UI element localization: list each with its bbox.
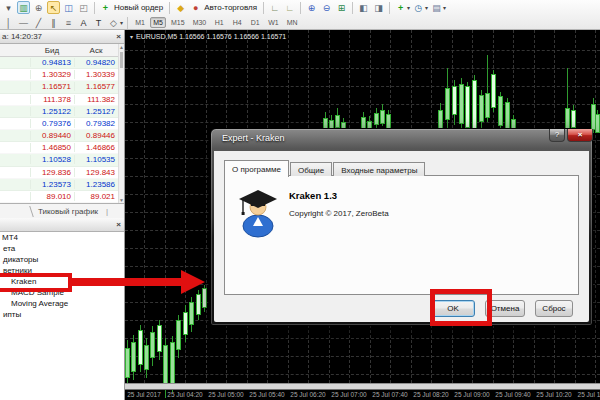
drawing-tools: │—╱∥≡AT◇▾ — [1, 16, 124, 29]
quote-row[interactable]: 0.948130.94820 — [0, 57, 124, 69]
quote-row[interactable]: 111.378111.382 — [0, 94, 124, 106]
market-watch-scrollbar[interactable]: ▲ ▼ — [118, 44, 124, 203]
candle-body — [380, 110, 385, 124]
time-axis-label: 25 Jul 05:00 — [208, 391, 243, 398]
zoom-out-icon[interactable]: ⊖ — [320, 1, 333, 14]
grid-line — [125, 86, 600, 87]
quote-row[interactable]: 129.836129.843 — [0, 167, 124, 179]
bid-cell: 111.378 — [30, 95, 74, 104]
navigator-item-дикаторы[interactable]: дикаторы — [0, 254, 124, 265]
trendline-tool-icon[interactable]: ╱ — [32, 16, 45, 29]
timeframe-h1[interactable]: H1 — [211, 17, 227, 28]
quote-row[interactable]: 1.105281.10535 — [0, 154, 124, 166]
close-icon[interactable]: × — [116, 220, 121, 229]
candle-body — [335, 115, 340, 128]
timeframe-m1[interactable]: M1 — [132, 17, 148, 28]
vertical-line-tool-icon[interactable]: │ — [2, 16, 15, 29]
chart-shift-icon[interactable]: ∟ — [268, 1, 281, 14]
zoom-window-icon[interactable]: ◰ — [77, 1, 90, 14]
chart-bars-icon[interactable]: ▥ — [17, 1, 30, 14]
ask-cell: 129.843 — [74, 168, 118, 177]
toolbar-row-tools: │—╱∥≡AT◇▾ M1M5M15M30H1H4D1W1MN — [0, 15, 600, 30]
quote-row[interactable]: 89.01089.021 — [0, 191, 124, 203]
new-order-icon[interactable]: + — [99, 1, 112, 14]
autotrading-icon[interactable]: ● — [189, 1, 202, 14]
timeframe-h4[interactable]: H4 — [229, 17, 245, 28]
horizontal-line-tool-icon[interactable]: — — [17, 16, 30, 29]
close-icon[interactable]: × — [116, 32, 121, 41]
timeframe-m30[interactable]: M30 — [190, 17, 210, 28]
toolbar-separator — [263, 2, 264, 14]
tab-tick-chart[interactable]: Тиковый график — [38, 207, 98, 216]
new-order-button[interactable]: Новый ордер — [114, 3, 163, 12]
crosshair-icon[interactable]: ⊕ — [32, 1, 45, 14]
navigator-item-мт4[interactable]: МТ4 — [0, 232, 124, 243]
reset-button[interactable]: Сброс — [535, 300, 573, 317]
periods-dropdown-icon[interactable]: ◷ — [412, 1, 425, 14]
scrollbar-thumb[interactable] — [120, 52, 123, 68]
market-watch-time: а: 14:20:37 — [2, 32, 42, 41]
close-icon[interactable]: × — [567, 129, 593, 142]
autoscroll-icon[interactable]: ∟ — [283, 1, 296, 14]
toolbar-separator — [352, 2, 353, 14]
channel-tool-icon[interactable]: ∥ — [47, 16, 60, 29]
scroll-up-icon[interactable]: ▲ — [119, 44, 124, 50]
quote-row[interactable]: 1.468501.46866 — [0, 142, 124, 154]
annotation-kraken-box — [0, 273, 72, 292]
label-tool-icon[interactable]: T — [92, 16, 105, 29]
dropdown-caret-icon[interactable]: ▾ — [425, 4, 428, 11]
autotrading-button[interactable]: Авто-торговля — [204, 3, 257, 12]
ask-cell: 1.23586 — [74, 180, 118, 189]
zoom-in-icon[interactable]: ⊕ — [305, 1, 318, 14]
quote-row[interactable]: 0.894400.89446 — [0, 130, 124, 142]
dialog-tab-1[interactable]: Общие — [290, 162, 332, 176]
panes-icon[interactable]: ◫ — [62, 1, 75, 14]
dropdown-caret-icon[interactable]: ▾ — [407, 4, 410, 11]
ea-hat-icon[interactable]: ◆ — [174, 1, 187, 14]
indicators-dropdown-icon[interactable]: + — [394, 1, 407, 14]
arrange-horizontal-icon[interactable]: ◧ — [357, 1, 370, 14]
navigator-item-ипты[interactable]: ипты — [0, 309, 124, 320]
column-ask[interactable]: Аск — [74, 46, 118, 55]
navigator-item-ета[interactable]: ета — [0, 243, 124, 254]
tile-windows-icon[interactable]: ⊞ — [335, 1, 348, 14]
dropdown-caret-icon[interactable]: ▾ — [443, 4, 446, 11]
text-tool-icon[interactable]: A — [77, 16, 90, 29]
timeframe-m5[interactable]: M5 — [150, 17, 166, 28]
quote-row[interactable]: 0.793760.79382 — [0, 118, 124, 130]
chart-scrollbar[interactable] — [125, 383, 600, 390]
fibonacci-tool-icon[interactable]: ≡ — [62, 16, 75, 29]
bid-cell: 1.25122 — [30, 107, 74, 116]
templates-dropdown-icon[interactable]: ▤ — [430, 1, 443, 14]
cursor-icon[interactable]: ↖ — [47, 1, 60, 14]
quote-row[interactable]: 1.235731.23586 — [0, 179, 124, 191]
dropdown-caret-icon[interactable]: ▾ — [2, 1, 15, 14]
help-icon[interactable]: ? — [549, 129, 565, 142]
column-bid[interactable]: Бид — [30, 46, 74, 55]
grid-line — [125, 374, 600, 375]
quote-row[interactable]: 1.251221.25127 — [0, 106, 124, 118]
expert-dialog: Expert - Kraken ? × О программеОбщиеВход… — [210, 128, 593, 326]
quote-row[interactable]: 1.303291.30339 — [0, 69, 124, 81]
time-axis-label: 25 Jul 2017 — [127, 391, 161, 398]
shapes-tool-icon[interactable]: ◇ — [107, 16, 120, 29]
arrange-vertical-icon[interactable]: ◨ — [372, 1, 385, 14]
dropdown-caret-icon[interactable]: ▾ — [120, 19, 123, 26]
candle-body — [189, 302, 194, 325]
time-axis: 25 Jul 201725 Jul 04:2025 Jul 05:0025 Ju… — [125, 390, 600, 400]
grid-line — [125, 68, 600, 69]
time-axis-label: 25 Jul 10:20 — [536, 391, 571, 398]
timeframe-m15[interactable]: M15 — [168, 17, 188, 28]
toolbar-separator — [127, 17, 128, 29]
timeframe-d1[interactable]: D1 — [247, 17, 263, 28]
candle-body — [157, 325, 162, 352]
candle-body — [472, 80, 477, 130]
quote-row[interactable]: 1.165711.16577 — [0, 81, 124, 93]
timeframe-w1[interactable]: W1 — [265, 17, 282, 28]
dialog-tab-2[interactable]: Входные параметры — [333, 162, 425, 176]
chevron-down-icon[interactable]: ▾ — [130, 34, 133, 40]
dialog-tab-0[interactable]: О программе — [224, 160, 289, 177]
timeframe-mn[interactable]: MN — [284, 17, 301, 28]
navigator-item-moving-average[interactable]: Moving Average — [0, 298, 124, 309]
time-axis-label: 25 Jul 11:00 — [578, 391, 600, 398]
